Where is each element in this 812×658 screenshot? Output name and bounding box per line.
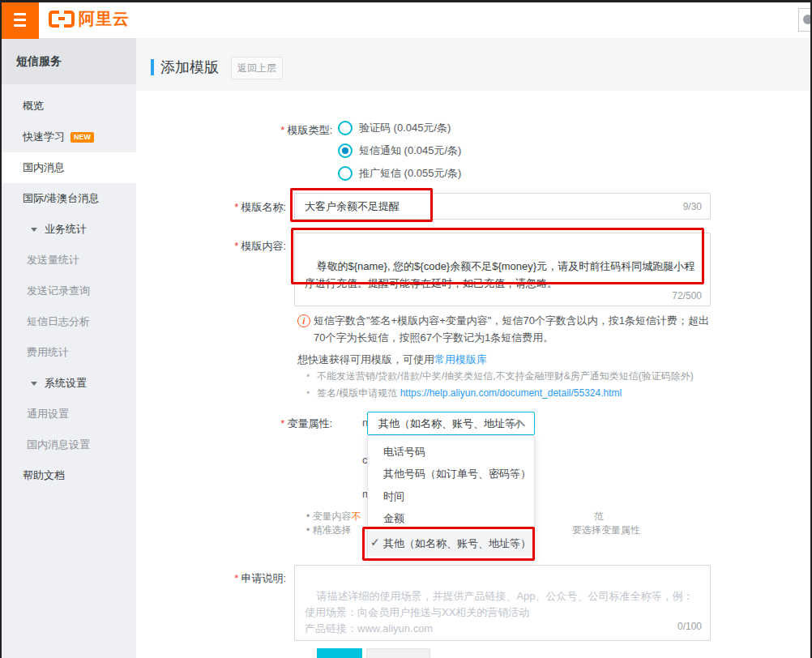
variable-note-fragment: • 精准选择: [306, 523, 352, 537]
logo-text: 阿里云: [79, 8, 130, 30]
sidebar-group-business-stats[interactable]: 业务统计: [0, 214, 136, 245]
sidebar-item-help-docs[interactable]: 帮助文档: [0, 460, 136, 491]
radio-unchecked-icon: [338, 166, 353, 181]
sidebar-item-domestic-settings[interactable]: 国内消息设置: [0, 429, 136, 460]
new-badge: NEW: [71, 132, 94, 143]
sidebar-item-overview[interactable]: 概览: [0, 91, 136, 122]
sidebar-item-international-messages[interactable]: 国际/港澳台消息: [0, 183, 136, 214]
template-content-label: *模版内容:: [181, 239, 286, 254]
template-type-label: *模版类型:: [227, 123, 332, 138]
aliyun-brackets-icon: [49, 11, 75, 28]
sidebar-item-sms-log[interactable]: 短信日志分析: [0, 306, 136, 337]
page: 阿里云 短信服务 概览 快速学习NEW 国内消息 国际/港澳台消息 业务统计 发…: [0, 0, 812, 658]
sidebar-item-domestic-messages[interactable]: 国内消息: [0, 152, 136, 183]
sidebar-group-system-settings[interactable]: 系统设置: [0, 368, 136, 399]
variable-attr-label: *变量属性:: [227, 417, 332, 431]
caret-down-icon: [31, 228, 37, 232]
spec-doc-link[interactable]: https://help.aliyun.com/document_detail/…: [400, 387, 622, 399]
dropdown-option-amount[interactable]: 金额: [383, 511, 404, 526]
radio-unchecked-icon: [338, 121, 353, 135]
sidebar-item-send-records[interactable]: 发送记录查询: [0, 276, 136, 306]
sidebar-item-general-settings[interactable]: 通用设置: [0, 399, 136, 429]
cancel-button[interactable]: [366, 648, 430, 658]
sidebar-list: 概览 快速学习NEW 国内消息 国际/港澳台消息 业务统计 发送量统计 发送记录…: [0, 84, 136, 491]
radio-checked-icon: [338, 143, 353, 158]
dropdown-option-other-number[interactable]: 其他号码（如订单号、密码等）: [383, 467, 531, 481]
page-title: 添加模版: [160, 58, 219, 77]
variable-attr-select[interactable]: 其他（如名称、账号、地址等）: [367, 412, 535, 435]
frame-edge-top: [0, 0, 812, 2]
template-content-value: 尊敬的${name}, 您的${code}余额不足${money}元，请及时前往…: [305, 260, 694, 289]
back-button[interactable]: 返回上层: [231, 57, 283, 79]
radio-option-verification-code[interactable]: 验证码 (0.045元/条): [338, 121, 451, 135]
hamburger-button[interactable]: [0, 0, 39, 39]
dropdown-option-time[interactable]: 时间: [383, 489, 404, 504]
template-library-link[interactable]: 常用模版库: [434, 353, 487, 365]
application-desc-label: *申请说明:: [181, 571, 286, 586]
radio-option-promo-sms[interactable]: 推广短信 (0.055元/条): [338, 166, 461, 181]
sidebar-title: 短信服务: [0, 38, 136, 84]
submit-button[interactable]: [317, 648, 362, 658]
rule-item: 签名/模版申请规范 https://help.aliyun.com/docume…: [306, 385, 722, 402]
aliyun-logo: 阿里云: [49, 9, 130, 28]
select-value: 其他（如名称、账号、地址等）: [378, 417, 526, 431]
title-accent-bar: [151, 59, 154, 75]
frame-edge-left: [0, 0, 2, 658]
radio-option-sms-notification[interactable]: 短信通知 (0.045元/条): [338, 143, 461, 158]
sidebar: 短信服务 概览 快速学习NEW 国内消息 国际/港澳台消息 业务统计 发送量统计…: [0, 38, 136, 658]
caret-down-icon: [31, 382, 37, 386]
application-counter: 0/100: [640, 621, 702, 632]
check-icon: ✓: [370, 536, 380, 549]
application-desc-placeholder: 请描述详细的使用场景，并提供产品链接、App、公众号、公司标准全称等，例： 使用…: [305, 590, 694, 634]
template-name-label: *模版名称:: [181, 200, 286, 215]
name-counter: 9/30: [640, 201, 702, 212]
variable-note-fragment: • 变量内容不: [306, 510, 361, 523]
char-count-note: 短信字数含"签名+模版内容+变量内容"，短信70个字数含以内，按1条短信计费；超…: [314, 312, 713, 346]
sidebar-item-cost-stats[interactable]: 费用统计: [0, 337, 136, 368]
sidebar-item-send-volume[interactable]: 发送量统计: [0, 245, 136, 276]
rule-item: 不能发送营销/贷款/借款/中奖/抽奖类短信,不支持金融理财&房产通知类短信(验证…: [306, 368, 722, 385]
variable-spec-link-fragment[interactable]: 范: [594, 510, 604, 523]
quick-template-note: 想快速获得可用模版，可使用常用模版库: [297, 351, 487, 368]
variable-attr-link-fragment[interactable]: 要选择变量属性: [572, 523, 640, 537]
info-icon: i: [297, 314, 310, 327]
content-counter: 72/500: [640, 290, 702, 301]
dropdown-option-other-label[interactable]: 其他（如名称、账号、地址等）: [383, 536, 531, 551]
dropdown-option-phone[interactable]: 电话号码: [383, 445, 425, 459]
sidebar-item-quick-learn[interactable]: 快速学习NEW: [0, 122, 136, 152]
